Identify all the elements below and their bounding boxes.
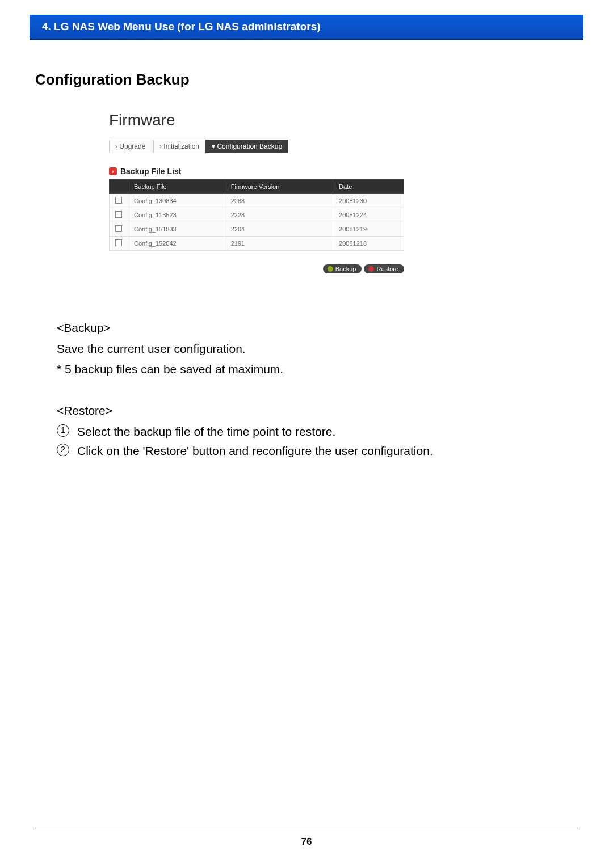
step-number-2: 2 (57, 444, 69, 456)
row-checkbox[interactable] (115, 225, 122, 232)
col-date: Date (333, 180, 404, 194)
backup-list-title: › Backup File List (109, 167, 455, 176)
backup-button[interactable]: Backup (323, 264, 362, 273)
row-checkbox[interactable] (115, 211, 122, 218)
cell-date: 20081218 (333, 237, 404, 251)
document-body: <Backup> Save the current user configura… (57, 319, 583, 461)
row-checkbox[interactable] (115, 239, 122, 246)
firmware-screenshot: Firmware Upgrade Initialization Configur… (109, 111, 455, 273)
circle-icon (328, 266, 333, 272)
firmware-heading: Firmware (109, 111, 455, 129)
backup-heading: <Backup> (57, 319, 583, 338)
cell-version: 2191 (225, 237, 333, 251)
table-row: Config_130834 2288 20081230 (110, 194, 404, 208)
backup-note: * 5 backup files can be saved at maximum… (57, 360, 583, 379)
cell-file: Config_151833 (128, 222, 225, 237)
restore-heading: <Restore> (57, 402, 583, 420)
cell-date: 20081219 (333, 222, 404, 237)
tab-configuration-backup[interactable]: Configuration Backup (205, 140, 288, 153)
backup-line: Save the current user configuration. (57, 340, 583, 359)
restore-button[interactable]: Restore (364, 264, 404, 273)
restore-button-label: Restore (376, 266, 398, 272)
cell-file: Config_130834 (128, 194, 225, 208)
restore-steps: 1 Select the backup file of the time poi… (57, 423, 583, 461)
restore-step-2: Click on the 'Restore' button and reconf… (77, 442, 433, 461)
col-firmware-version: Firmware Version (225, 180, 333, 194)
backup-table: Backup File Firmware Version Date Config… (109, 179, 404, 251)
section-title: Configuration Backup (35, 71, 583, 89)
restore-step-1: Select the backup file of the time point… (77, 423, 335, 441)
chapter-header: 4. LG NAS Web Menu Use (for LG NAS admin… (30, 15, 583, 40)
col-backup-file: Backup File (128, 180, 225, 194)
cell-file: Config_113523 (128, 208, 225, 222)
cell-version: 2228 (225, 208, 333, 222)
tab-row: Upgrade Initialization Configuration Bac… (109, 140, 455, 153)
button-row: Backup Restore (109, 264, 404, 273)
footer-rule (35, 828, 578, 828)
cell-file: Config_152042 (128, 237, 225, 251)
arrow-icon: › (109, 167, 117, 175)
cell-date: 20081224 (333, 208, 404, 222)
backup-button-label: Backup (335, 266, 356, 272)
table-row: Config_151833 2204 20081219 (110, 222, 404, 237)
tab-initialization[interactable]: Initialization (153, 140, 205, 153)
circle-icon (368, 266, 374, 272)
table-row: Config_113523 2228 20081224 (110, 208, 404, 222)
cell-date: 20081230 (333, 194, 404, 208)
table-row: Config_152042 2191 20081218 (110, 237, 404, 251)
tab-upgrade[interactable]: Upgrade (109, 140, 153, 153)
page-number: 76 (0, 836, 613, 848)
col-select (110, 180, 128, 194)
cell-version: 2204 (225, 222, 333, 237)
step-number-1: 1 (57, 424, 69, 437)
backup-list-title-text: Backup File List (120, 167, 181, 176)
row-checkbox[interactable] (115, 197, 122, 204)
cell-version: 2288 (225, 194, 333, 208)
